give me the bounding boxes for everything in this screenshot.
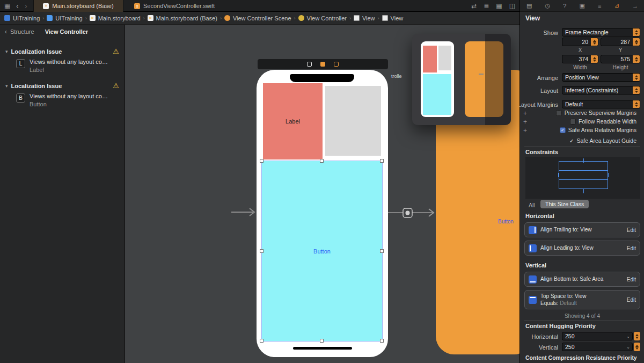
- breadcrumb-storyboard-base[interactable]: ✕Main.storyboard (Base): [148, 15, 217, 21]
- add-variation-icon[interactable]: +: [523, 127, 527, 134]
- checkbox-unchecked[interactable]: [556, 110, 562, 116]
- issue-item-button[interactable]: B Views without any layout co… Button: [0, 91, 125, 110]
- disclosure-triangle-icon[interactable]: ▾: [5, 49, 8, 54]
- constraints-diagram[interactable]: [525, 157, 640, 199]
- size-class-all-button[interactable]: All: [529, 202, 535, 208]
- constraint-row-align-bottom[interactable]: Align Bottom to: Safe Area Edit: [524, 272, 640, 287]
- layout-popup[interactable]: Inferred (Constraints): [562, 86, 640, 95]
- x-stepper[interactable]: [591, 38, 598, 46]
- back-chevron-icon[interactable]: ‹: [5, 28, 7, 35]
- breadcrumb-storyboard[interactable]: ✕Main.storyboard: [90, 15, 141, 21]
- hugging-vertical-label: Vertical: [539, 344, 558, 351]
- attributes-inspector-icon[interactable]: ≡: [598, 3, 601, 9]
- selection-handle[interactable]: [320, 159, 324, 163]
- follow-readable-width-row[interactable]: Follow Readable Width: [570, 118, 636, 125]
- constraint-row-align-leading[interactable]: Align Leading to: View Edit: [524, 241, 640, 256]
- view-controller-device[interactable]: Label Button: [257, 70, 388, 357]
- quick-help-icon[interactable]: ?: [563, 3, 566, 9]
- selection-handle[interactable]: [260, 339, 264, 343]
- gray-view[interactable]: [325, 86, 381, 156]
- breadcrumb-view-1[interactable]: View: [354, 15, 375, 21]
- margins-popup[interactable]: Default: [562, 100, 640, 108]
- size-class-this-button[interactable]: This Size Class: [540, 200, 589, 208]
- selection-handle[interactable]: [320, 339, 324, 343]
- safe-area-relative-margins-row[interactable]: ✓ Safe Area Relative Margins: [560, 127, 636, 133]
- breadcrumb-group[interactable]: UITraining: [47, 15, 82, 21]
- label-view-text: Label: [286, 118, 300, 125]
- breadcrumb-scene[interactable]: View Controller Scene: [224, 15, 291, 21]
- constraint-row-align-trailing[interactable]: Align Trailing to: View Edit: [524, 222, 640, 237]
- y-stepper[interactable]: [633, 38, 640, 46]
- selection-handle[interactable]: [380, 249, 384, 253]
- add-variation-icon[interactable]: +: [523, 110, 527, 117]
- show-popup[interactable]: Frame Rectangle: [562, 28, 640, 37]
- connections-inspector-icon[interactable]: →: [632, 3, 638, 9]
- popup-stepper-icon[interactable]: [633, 28, 640, 36]
- width-field[interactable]: 374: [562, 55, 598, 63]
- split-editor-icon[interactable]: ◫: [509, 2, 515, 10]
- height-field[interactable]: 575: [601, 55, 640, 63]
- x-field[interactable]: 20: [562, 38, 598, 46]
- code-review-icon[interactable]: ⇄: [471, 2, 477, 10]
- selection-handle[interactable]: [260, 159, 264, 163]
- orientation-icon-portrait[interactable]: [320, 62, 325, 67]
- tab-main-storyboard[interactable]: ✕ Main.storyboard (Base): [33, 0, 123, 12]
- history-inspector-icon[interactable]: ◷: [545, 2, 551, 9]
- size-inspector-icon[interactable]: ⊿: [614, 2, 619, 9]
- selection-handle[interactable]: [380, 339, 384, 343]
- label-view[interactable]: Label: [263, 83, 323, 159]
- preview-phone-1[interactable]: [421, 41, 454, 117]
- hugging-horizontal-field[interactable]: 250 ⌄: [562, 332, 633, 340]
- breadcrumb-view-controller[interactable]: View Controller: [298, 15, 347, 21]
- chevron-right-icon: ›: [42, 16, 44, 21]
- device-icon-selected[interactable]: [307, 62, 312, 67]
- hugging-horizontal-stepper[interactable]: [634, 332, 640, 340]
- segue-connector[interactable]: [387, 206, 437, 220]
- add-variation-icon[interactable]: +: [523, 119, 527, 125]
- popup-stepper-icon[interactable]: [633, 100, 640, 108]
- button-view-selected[interactable]: Button: [262, 161, 382, 341]
- breadcrumb-view-2[interactable]: View: [382, 15, 404, 21]
- align-bottom-icon: [529, 275, 537, 284]
- safe-area-layout-guide-row[interactable]: ✓ Safe Area Layout Guide: [569, 137, 636, 144]
- storyboard-canvas[interactable]: Label Button Button trolle: [125, 25, 519, 363]
- edit-button[interactable]: Edit: [627, 297, 636, 303]
- hugging-vertical-field[interactable]: 250 ⌄: [562, 343, 633, 351]
- tab-second-view-controller[interactable]: s SecondViewController.swift: [123, 0, 225, 12]
- checkbox-unchecked[interactable]: [570, 119, 576, 125]
- preserve-superview-margins-row[interactable]: Preserve Superview Margins: [556, 110, 636, 116]
- identity-inspector-icon[interactable]: ▣: [580, 2, 585, 9]
- constraint-row-top-space[interactable]: Top Space to: View Equals: Default Edit: [524, 290, 640, 309]
- hugging-vertical-stepper[interactable]: [634, 343, 640, 351]
- disclosure-triangle-icon[interactable]: ▾: [5, 83, 8, 89]
- issue-item-label[interactable]: L Views without any layout co… Label: [0, 56, 125, 75]
- second-vc-button[interactable]: Button: [498, 219, 514, 224]
- editor-grid-icon[interactable]: ▦: [4, 0, 10, 12]
- minimap-icon[interactable]: ≣: [484, 2, 489, 10]
- file-inspector-icon[interactable]: ▤: [526, 2, 532, 9]
- orientation-icon-landscape[interactable]: [334, 62, 339, 67]
- popup-stepper-icon[interactable]: [633, 74, 640, 81]
- editor-toolbar-icons: ⇄ ≣ ▦ ◫: [471, 0, 515, 12]
- arrange-popup[interactable]: Position View: [562, 73, 640, 82]
- y-field[interactable]: 287: [601, 38, 640, 46]
- edit-button[interactable]: Edit: [627, 227, 636, 233]
- layout-label: Layout: [540, 88, 558, 94]
- structure-breadcrumb[interactable]: Structure: [10, 28, 34, 35]
- editor-options-icon[interactable]: ▦: [496, 2, 502, 10]
- edit-button[interactable]: Edit: [627, 277, 636, 282]
- popup-stepper-icon[interactable]: [633, 86, 640, 94]
- breadcrumb-project[interactable]: UITraining: [4, 15, 40, 21]
- checkbox-checked[interactable]: ✓: [560, 127, 566, 133]
- device-bar: [258, 59, 388, 69]
- navigate-back-icon[interactable]: ‹: [16, 0, 19, 12]
- height-stepper[interactable]: [633, 55, 640, 63]
- issue-section-header[interactable]: ▾ Localization Issue ⚠: [0, 46, 125, 56]
- selection-handle[interactable]: [260, 249, 264, 253]
- width-stepper[interactable]: [591, 55, 598, 63]
- inspector-tab-strip: ▤ ◷ ? ▣ ≡ ⊿ →: [520, 0, 644, 12]
- edit-button[interactable]: Edit: [627, 245, 636, 251]
- navigate-forward-icon[interactable]: ›: [25, 0, 27, 12]
- issue-section-header[interactable]: ▾ Localization Issue ⚠: [0, 81, 125, 91]
- selection-handle[interactable]: [380, 159, 384, 163]
